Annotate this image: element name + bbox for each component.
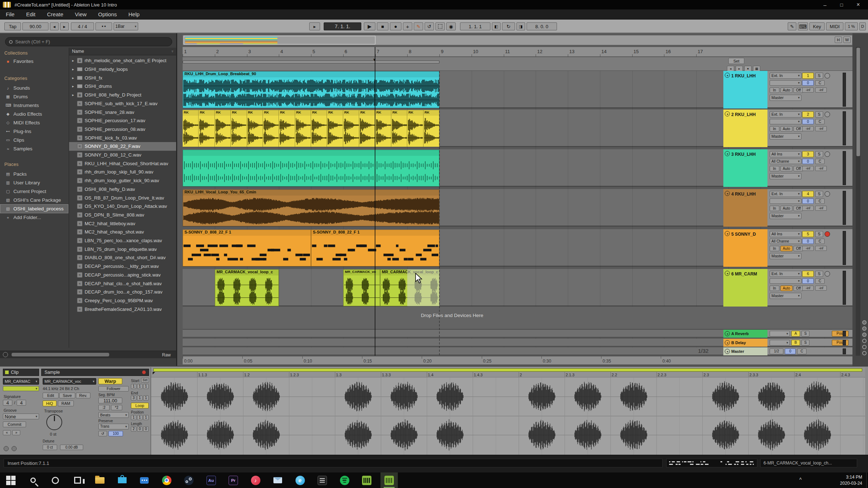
track-solo-button[interactable]: S — [815, 191, 823, 197]
overview-toggle-icon[interactable] — [12, 446, 17, 451]
track-send-b-field[interactable]: -inf — [815, 166, 827, 171]
taskbar-clock[interactable]: 3:14 PM 2020-03-24 — [826, 474, 862, 487]
hot-swap-icon[interactable] — [142, 371, 146, 374]
track-output[interactable]: Master — [770, 95, 801, 101]
track-pan-field[interactable]: C — [815, 239, 825, 244]
taskbar-cortana-button[interactable] — [47, 472, 64, 488]
end-bars-field[interactable]: 3 — [131, 395, 136, 401]
track-arm-button[interactable] — [825, 112, 830, 117]
taskbar-steam-button[interactable] — [180, 472, 197, 488]
loop-button[interactable]: Loop — [131, 403, 149, 408]
ram-button[interactable]: RAM — [58, 401, 74, 406]
track-fold-icon[interactable]: ◂ — [725, 340, 730, 345]
arrangement-overview[interactable] — [183, 35, 852, 45]
monitor-auto-button[interactable]: Auto — [780, 87, 792, 93]
clip-slice[interactable]: RK — [311, 110, 327, 147]
mixer-section-toggle-icon[interactable] — [862, 333, 867, 337]
monitor-off-button[interactable]: Off — [793, 206, 803, 211]
track-send-a-field[interactable]: -inf — [802, 206, 814, 211]
monitor-auto-button[interactable]: Auto — [780, 166, 792, 171]
edit-button[interactable]: Edit — [43, 393, 59, 398]
return-name-block[interactable]: ◂B Delay — [723, 339, 767, 347]
beat-time-ruler[interactable]: 1234567891011121314151617 — [183, 47, 852, 57]
halve-tempo-button[interactable]: :2 — [98, 405, 110, 410]
hiq-button[interactable]: HiQ — [43, 401, 56, 406]
position-units-field[interactable]: 1 — [143, 415, 149, 420]
track-volume-field[interactable]: 0 — [802, 80, 814, 86]
track-fold-icon[interactable]: ◂ — [725, 231, 730, 236]
taskbar-messaging-button[interactable] — [136, 472, 153, 488]
track-activator[interactable]: 2 — [802, 111, 814, 117]
tray-expand-button[interactable]: ^ — [799, 477, 802, 483]
track-activator[interactable]: 3 — [802, 151, 814, 157]
track-send-a-field[interactable]: -inf — [802, 126, 814, 131]
info-toggle-icon[interactable] — [4, 446, 9, 451]
clip-box-header[interactable]: Clip — [3, 369, 39, 376]
arrangement-scroll-control-icon[interactable]: ▸ — [736, 66, 743, 71]
taskbar-live-active-button[interactable] — [380, 472, 398, 488]
return-name-block[interactable]: ◂A Reverb — [723, 330, 767, 338]
track-output[interactable]: Master — [770, 253, 801, 259]
track-fold-icon[interactable]: ◂ — [725, 331, 730, 336]
reverse-button[interactable]: Rev. — [76, 393, 90, 398]
groove-chooser[interactable]: None — [3, 414, 39, 419]
arrangement-clip[interactable]: RKU_LHH_Vocal_Loop_You_65_Cmin — [183, 189, 439, 226]
clip-nudge-forward-button[interactable]: » — [12, 430, 20, 435]
track-volume-field[interactable]: 0 — [802, 278, 814, 284]
start-units-field[interactable]: 1 — [143, 384, 149, 389]
sample-box-header[interactable]: Sample — [41, 369, 149, 376]
monitor-in-button[interactable]: In — [770, 87, 779, 93]
warp-button[interactable]: Warp — [98, 378, 122, 384]
track-volume-field[interactable]: 0 — [802, 119, 814, 124]
mixer-section-toggle-icon[interactable] — [862, 345, 867, 349]
track-volume-field[interactable]: 0 — [802, 159, 814, 164]
position-bars-field[interactable]: 1 — [131, 415, 136, 420]
return-input[interactable] — [770, 340, 790, 346]
master-volume-field[interactable]: 0 — [785, 348, 796, 354]
monitor-off-button[interactable]: Off — [793, 286, 803, 291]
return-input[interactable] — [770, 331, 790, 337]
track-output[interactable]: Master — [770, 293, 801, 299]
track-fold-icon[interactable]: ◂ — [725, 349, 730, 354]
gain-field[interactable]: 0.00 dB — [60, 445, 83, 450]
track-send-b-field[interactable]: -inf — [815, 246, 827, 251]
arrangement-clip[interactable]: RKU_LHH_Drum_Loop_Breakbeat_90 — [183, 71, 439, 108]
warp-mode-chooser[interactable]: Beats — [98, 412, 129, 418]
taskbar-ableton-button[interactable] — [314, 472, 331, 488]
start-set-button[interactable]: Set — [141, 378, 149, 382]
monitor-in-button[interactable]: In — [770, 286, 779, 291]
track-name-block[interactable]: ◂1 RKU_LHH — [723, 71, 767, 108]
master-name-block[interactable]: ◂Master — [723, 347, 767, 355]
clip-slice[interactable]: RK — [247, 110, 263, 147]
loop-brace[interactable] — [183, 61, 439, 63]
sample-loop-brace[interactable] — [153, 368, 862, 372]
length-units-field[interactable]: 0 — [143, 427, 149, 432]
clip-slice[interactable]: RK — [343, 110, 359, 147]
track-pan-field[interactable]: C — [815, 159, 825, 164]
track-arm-button[interactable] — [825, 73, 830, 78]
commit-button[interactable]: Commit — [3, 421, 26, 427]
transpose-knob[interactable] — [46, 414, 62, 430]
track-send-a-field[interactable]: -inf — [802, 87, 814, 93]
track-fold-icon[interactable]: ◂ — [725, 271, 730, 276]
optimize-width-button[interactable]: W — [843, 37, 851, 43]
optimize-height-button[interactable]: H — [835, 37, 842, 43]
monitor-auto-button[interactable]: Auto — [780, 286, 792, 291]
track-solo-button[interactable]: S — [815, 231, 823, 237]
track-output[interactable]: Master — [770, 173, 801, 179]
taskbar-spotify-button[interactable] — [336, 472, 353, 488]
track-input-type[interactable]: Ext. In — [770, 73, 801, 79]
tempo-follower-button[interactable]: Follower — [98, 386, 129, 391]
monitor-in-button[interactable]: In — [770, 166, 779, 171]
monitor-off-button[interactable]: Off — [793, 166, 803, 171]
taskbar-mail-button[interactable] — [269, 472, 286, 488]
mixer-section-toggle-icon[interactable] — [862, 326, 867, 331]
track-input-type[interactable]: Ext. In — [770, 111, 801, 117]
track-input-type[interactable]: All Ins — [770, 151, 801, 157]
track-pan-field[interactable]: C — [815, 278, 825, 284]
taskbar-chrome-button[interactable] — [158, 472, 175, 488]
monitor-auto-button[interactable]: Auto — [780, 246, 792, 251]
return-solo-button[interactable]: S — [801, 340, 809, 346]
arrangement-clip[interactable]: S-SONNY_D_808_22_F 1 — [183, 230, 311, 266]
arrangement-scroll-control-icon[interactable]: ● — [744, 66, 752, 71]
